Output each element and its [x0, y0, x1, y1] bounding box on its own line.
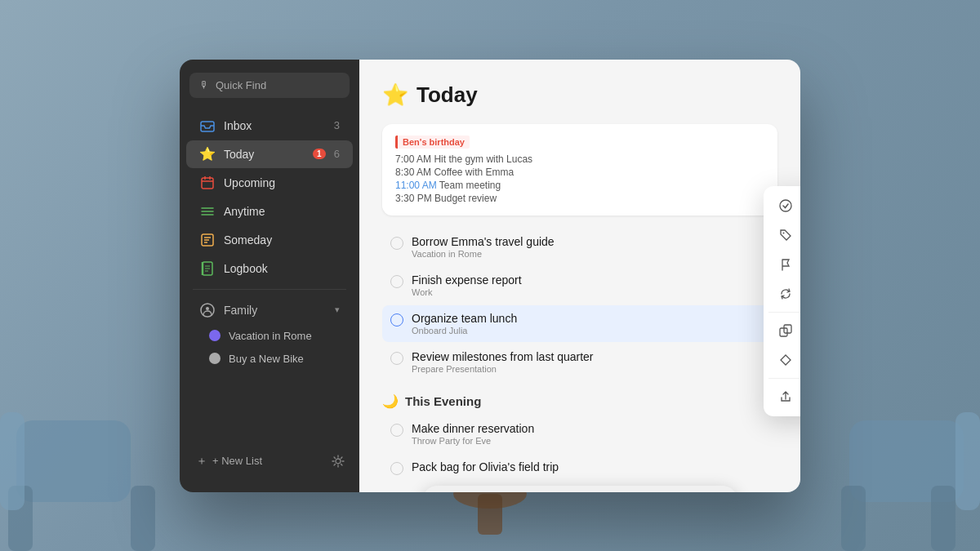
svg-point-15 [336, 459, 341, 464]
evening-section-header: 🌙 This Evening [382, 393, 777, 409]
event-time-3: 11:00 AM [395, 180, 437, 191]
chevron-down-icon: ▾ [335, 304, 340, 315]
schedule-birthday-label: Ben's birthday [395, 136, 470, 149]
context-menu: Mark as Completed Set Tags Set Deadline … [764, 186, 800, 416]
sidebar-item-anytime[interactable]: Anytime [186, 198, 353, 225]
sidebar-divider [193, 289, 346, 290]
sidebar-item-someday[interactable]: Someday [186, 226, 353, 254]
page-title: Today [416, 82, 478, 108]
svg-rect-2 [131, 486, 155, 551]
task-checkbox-4[interactable] [390, 352, 403, 365]
schedule-card: Ben's birthday 7:00 AM Hit the gym with … [382, 124, 777, 216]
svg-rect-4 [849, 420, 964, 502]
task-checkbox-e1[interactable] [390, 424, 403, 437]
event-time-4: 3:30 PM [395, 193, 432, 204]
task-name-2: Finish expense report [412, 273, 769, 287]
task-sub-2: Work [412, 287, 769, 297]
task-review-milestones[interactable]: Review milestones from last quarter Prep… [382, 344, 777, 380]
task-team-lunch[interactable]: Organize team lunch Onboard Julia [382, 305, 777, 342]
task-name-3: Organize team lunch [412, 312, 769, 325]
event-label-3: Team meeting [439, 180, 501, 191]
svg-rect-9 [478, 494, 502, 535]
sidebar-item-today[interactable]: ⭐ Today 1 6 [186, 140, 353, 168]
sidebar-item-buy-bike[interactable]: Buy a New Bike [186, 348, 353, 370]
schedule-event-4: 3:30 PM Budget review [395, 193, 764, 204]
svg-rect-10 [201, 122, 214, 131]
today-icon: ⭐ [199, 146, 216, 162]
logbook-icon [199, 260, 216, 277]
svg-point-16 [780, 200, 791, 211]
today-label: Today [224, 148, 305, 161]
task-sub-3: Onboard Julia [412, 326, 769, 335]
checkmark-icon [778, 198, 793, 213]
task-info-e2: Pack bag for Olivia's field trip [412, 460, 769, 473]
menu-share[interactable]: Share [768, 382, 800, 411]
flag-icon [778, 257, 793, 272]
anytime-label: Anytime [224, 205, 340, 218]
settings-button[interactable] [327, 450, 350, 473]
share-icon [778, 389, 793, 404]
menu-divider-2 [768, 378, 800, 379]
task-info-1: Borrow Emma's travel guide Vacation in R… [412, 235, 769, 259]
task-checkbox-e2[interactable] [390, 462, 403, 475]
task-name-4: Review milestones from last quarter [412, 350, 769, 363]
task-expense-report[interactable]: Finish expense report Work [382, 267, 777, 304]
quick-find-bar[interactable]: 🎙 Quick Find [189, 73, 350, 98]
schedule-event-3: 11:00 AM Team meeting [395, 180, 764, 191]
task-checkbox-1[interactable] [390, 237, 403, 250]
svg-rect-0 [16, 420, 131, 502]
duplicate-icon [778, 323, 793, 338]
task-pack-bag[interactable]: Pack bag for Olivia's field trip [382, 454, 777, 482]
logbook-label: Logbook [224, 262, 340, 275]
title-star-icon: ⭐ [382, 82, 408, 108]
upcoming-icon [199, 175, 216, 191]
new-list-button[interactable]: ＋ + New List [189, 450, 320, 473]
menu-repeat[interactable]: Repeat... [768, 279, 800, 309]
menu-mark-complete[interactable]: Mark as Completed [768, 191, 800, 220]
page-title-row: ⭐ Today [382, 82, 777, 108]
content-scroll[interactable]: ⭐ Today Ben's birthday 7:00 AM Hit the g… [359, 60, 800, 492]
family-icon [199, 302, 216, 318]
sidebar-item-logbook[interactable]: Logbook [186, 255, 353, 282]
someday-icon [199, 232, 216, 248]
main-content: ⭐ Today Ben's birthday 7:00 AM Hit the g… [359, 60, 800, 492]
menu-duplicate[interactable]: Duplicate [768, 316, 800, 345]
menu-convert[interactable]: Convert... [768, 345, 800, 375]
svg-rect-11 [202, 178, 213, 189]
menu-divider-1 [768, 312, 800, 313]
schedule-event-1: 7:00 AM Hit the gym with Lucas [395, 153, 764, 165]
task-name-e2: Pack bag for Olivia's field trip [412, 460, 769, 473]
task-checkbox-3[interactable] [390, 313, 403, 327]
bottom-toolbar: When → Move Delete ··· Done [422, 486, 738, 492]
event-time-1: 7:00 AM [395, 153, 431, 165]
task-info-3: Organize team lunch Onboard Julia [412, 312, 769, 335]
task-dinner-reservation[interactable]: Make dinner reservation Throw Party for … [382, 415, 777, 452]
inbox-label: Inbox [224, 119, 326, 132]
sidebar-section-family[interactable]: Family ▾ [186, 296, 353, 324]
buy-bike-label: Buy a New Bike [229, 353, 304, 365]
menu-set-deadline[interactable]: Set Deadline [768, 250, 800, 279]
svg-rect-3 [0, 412, 24, 510]
svg-marker-20 [781, 355, 791, 365]
vacation-rome-label: Vacation in Rome [229, 330, 312, 342]
buy-bike-icon [209, 353, 220, 364]
task-sub-e1: Throw Party for Eve [412, 436, 769, 446]
sidebar-footer: ＋ + New List [180, 443, 359, 479]
task-name-1: Borrow Emma's travel guide [412, 235, 769, 248]
vacation-rome-icon [209, 330, 220, 341]
schedule-event-2: 8:30 AM Coffee with Emma [395, 167, 764, 178]
new-list-label: + New List [212, 455, 262, 467]
task-borrow-guide[interactable]: Borrow Emma's travel guide Vacation in R… [382, 229, 777, 265]
sidebar-item-inbox[interactable]: Inbox 3 [186, 112, 353, 140]
svg-point-17 [783, 232, 785, 233]
sidebar-item-upcoming[interactable]: Upcoming [186, 169, 353, 197]
today-count: 6 [334, 148, 340, 160]
sidebar-item-vacation-rome[interactable]: Vacation in Rome [186, 325, 353, 347]
menu-set-tags[interactable]: Set Tags [768, 220, 800, 250]
task-name-e1: Make dinner reservation [412, 422, 769, 435]
task-checkbox-2[interactable] [390, 275, 403, 288]
task-info-4: Review milestones from last quarter Prep… [412, 350, 769, 374]
moon-icon: 🌙 [382, 393, 399, 409]
inbox-icon [199, 118, 216, 134]
sidebar: 🎙 Quick Find Inbox 3 ⭐ Today 1 6 [180, 60, 359, 492]
